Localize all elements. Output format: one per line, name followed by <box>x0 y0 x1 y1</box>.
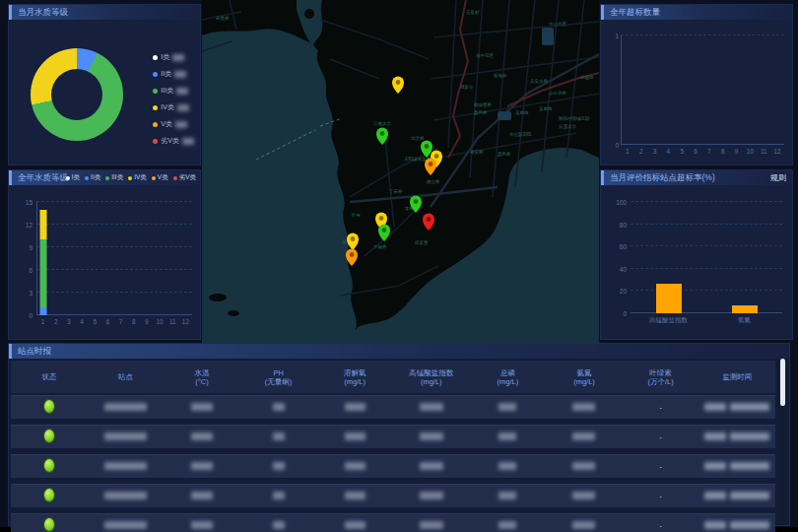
yearly-grade-chart[interactable]: 03691215123456789101112 <box>36 202 192 315</box>
table-row[interactable]: - <box>11 513 775 532</box>
y-tick-label: 20 <box>607 288 627 295</box>
legend-label: III类 <box>111 173 123 182</box>
gridline <box>621 34 784 35</box>
stack-bar-segment[interactable] <box>39 210 46 240</box>
x-tick-label: 8 <box>132 318 136 325</box>
censored-value <box>345 432 366 440</box>
censored-value <box>191 403 213 411</box>
table-cell <box>11 430 88 443</box>
legend-label: III类 <box>161 86 173 96</box>
table-body: ----- <box>11 395 775 523</box>
censored-value <box>420 462 443 470</box>
y-axis <box>621 35 622 145</box>
table-cell <box>546 432 623 440</box>
table-cell <box>316 403 393 411</box>
y-tick-label: 40 <box>607 265 627 272</box>
map-place-label: 华丘影剧院 <box>509 131 532 137</box>
censored-value <box>273 462 285 470</box>
table-cell <box>316 462 393 470</box>
table-cell: - <box>623 433 699 440</box>
legend-dot <box>153 72 158 77</box>
censored-value <box>273 492 285 499</box>
x-tick-label: 9 <box>735 148 739 155</box>
map-place-label: 惠风桥 <box>473 110 488 115</box>
map-place-label: 五星村 <box>466 9 480 16</box>
table-row[interactable]: - <box>11 454 775 478</box>
censored-time <box>730 403 769 411</box>
legend-item: III类 <box>105 173 123 182</box>
censored-value <box>182 138 194 145</box>
rate-bar[interactable] <box>656 284 682 314</box>
pin-hole <box>350 252 355 257</box>
x-tick-label: 氨氮 <box>738 316 751 325</box>
censored-value <box>499 462 516 470</box>
map-place-label: 薛家里 <box>415 240 429 245</box>
map-place-label: 小白龙桥 <box>549 91 567 96</box>
exceed-rate-chart[interactable]: 020406080100高锰酸盐指数氨氮 <box>631 202 782 313</box>
censored-time <box>730 432 769 440</box>
status-indicator <box>44 518 54 531</box>
yearly-exceed-chart[interactable]: 01123456789101112 <box>621 35 784 145</box>
stack-bar-segment[interactable] <box>39 239 46 307</box>
legend-dot <box>153 122 158 127</box>
table-row[interactable]: - <box>11 395 775 419</box>
x-tick-label: 3 <box>67 318 71 325</box>
column-header: 水温(°C) <box>164 368 240 386</box>
donut-chart-monthly-grade[interactable] <box>31 48 123 141</box>
panel-title-exceed-rate: 当月评价指标站点超标率(%) 规则 <box>601 170 792 185</box>
legend-item: II类 <box>85 173 100 182</box>
censored-value <box>499 492 516 499</box>
rule-link[interactable]: 规则 <box>770 170 786 185</box>
map[interactable]: 石奥桥五星村中山北区旭中花区超海街天安大桥机场路小白龙桥冠家寺鹅肉里桥惠风桥吴都… <box>202 0 599 343</box>
gridline <box>36 246 192 247</box>
table-cell <box>393 403 470 411</box>
legend-label: I类 <box>161 52 169 62</box>
map-place-label: 石奥桥 <box>216 15 230 21</box>
map-place-label: 旭中花区 <box>476 52 495 58</box>
censored-value <box>191 521 213 529</box>
pin-hole <box>434 154 439 159</box>
pin-hole <box>427 217 432 222</box>
map-canvas[interactable]: 石奥桥五星村中山北区旭中花区超海街天安大桥机场路小白龙桥冠家寺鹅肉里桥惠风桥吴都… <box>202 0 599 343</box>
map-island <box>304 9 314 19</box>
censored-value <box>345 462 366 470</box>
legend-item: 劣V类 <box>173 173 196 182</box>
table-row[interactable]: - <box>11 425 775 448</box>
dashboard: 当月水质等级 I类II类III类IV类V类劣V类 全年水质等级 I类II类III… <box>0 0 798 527</box>
column-header: PH(无量纲) <box>240 368 317 386</box>
censored-value <box>273 521 285 529</box>
stack-bar-segment[interactable] <box>39 307 46 315</box>
censored-value <box>174 71 186 78</box>
table-cell <box>164 462 240 470</box>
legend-dot <box>153 89 158 94</box>
censored-value <box>172 54 184 61</box>
table-cell <box>393 462 470 470</box>
map-place-label: 叶春 <box>352 213 362 218</box>
pin-hole <box>379 216 384 221</box>
x-tick-label: 9 <box>145 318 149 325</box>
map-islet <box>209 294 227 301</box>
rate-bar[interactable] <box>732 305 758 313</box>
panel-title-monthly-grade: 当月水质等级 <box>9 5 200 20</box>
table-cell <box>11 459 88 473</box>
x-tick-label: 10 <box>747 148 754 155</box>
censored-value <box>104 521 147 529</box>
censored-value <box>345 403 366 411</box>
legend-label: I类 <box>72 173 80 182</box>
column-header: 高锰酸盐指数(mg/L) <box>393 368 470 386</box>
table-scrollbar-thumb[interactable] <box>780 359 785 406</box>
legend-dot <box>153 55 158 60</box>
x-axis <box>621 144 784 145</box>
column-header: 监测时间 <box>698 372 775 381</box>
exceed-rate-title: 当月评价指标站点超标率(%) <box>610 172 715 182</box>
map-place-label: 古杨桥 <box>373 244 387 249</box>
censored-value <box>273 403 285 411</box>
censored-value <box>420 432 443 440</box>
legend-label: 劣V类 <box>179 173 196 182</box>
table-row[interactable]: - <box>11 484 775 507</box>
x-tick-label: 1 <box>626 148 630 155</box>
x-tick-label: 11 <box>761 148 767 155</box>
table-scrollbar[interactable] <box>780 359 785 521</box>
censored-value <box>420 492 443 499</box>
censored-date <box>704 462 726 470</box>
